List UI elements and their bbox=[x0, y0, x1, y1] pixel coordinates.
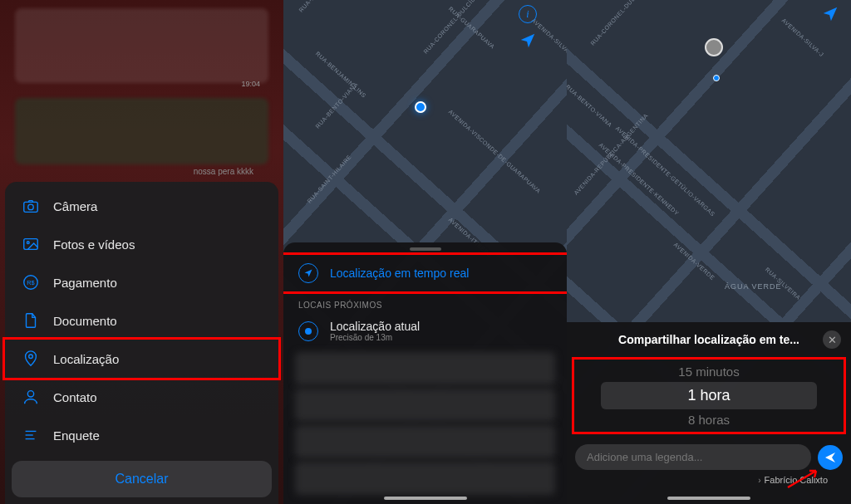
attach-label: Câmera bbox=[53, 199, 97, 213]
attach-document[interactable]: Documento bbox=[5, 301, 278, 340]
contact-icon bbox=[22, 388, 40, 406]
current-location-row[interactable]: Localização atual Precisão de 13m bbox=[283, 313, 567, 349]
cancel-button[interactable]: Cancelar bbox=[12, 461, 272, 497]
attach-photos-videos[interactable]: Fotos e vídeos bbox=[5, 225, 278, 263]
share-duration-panel: RUA-CORONEL-DULCÍDIO AVENIDA-PRESIDENTE-… bbox=[567, 0, 851, 504]
duration-option-15min[interactable]: 15 minutos bbox=[574, 361, 844, 382]
attachment-sheet: nossa pera kkkk Câmera Fotos e vídeos R$… bbox=[5, 182, 278, 504]
nearby-place-blurred bbox=[295, 352, 555, 385]
chevron-right-icon: › bbox=[758, 476, 760, 485]
svg-point-1 bbox=[28, 204, 33, 209]
svg-rect-2 bbox=[24, 239, 38, 250]
area-label: ÁGUA VERDE bbox=[725, 282, 782, 291]
attach-poll[interactable]: Enquete bbox=[5, 416, 278, 454]
nearby-places-header: LOCAIS PRÓXIMOS bbox=[283, 294, 567, 313]
document-icon bbox=[22, 311, 40, 330]
send-button[interactable] bbox=[818, 445, 843, 470]
attach-label: Documento bbox=[53, 314, 117, 328]
target-icon bbox=[298, 321, 318, 341]
chat-snippet: nossa pera kkkk bbox=[194, 167, 253, 176]
attach-location[interactable]: Localização bbox=[2, 337, 281, 380]
attach-label: Pagamento bbox=[53, 276, 117, 290]
recenter-icon[interactable] bbox=[519, 32, 537, 50]
attach-payment[interactable]: R$ Pagamento bbox=[5, 263, 278, 301]
svg-text:R$: R$ bbox=[27, 279, 34, 286]
location-picker-panel: RUA-DO-BATEL RUA-CORONEL-DULCÍDIO RUA-BE… bbox=[283, 0, 567, 504]
realtime-label: Localização em tempo real bbox=[330, 267, 469, 280]
user-location-dot bbox=[415, 101, 426, 113]
share-duration-sheet: Compartilhar localização em te... ✕ 15 m… bbox=[567, 322, 851, 504]
duration-option-1hour[interactable]: 1 hora bbox=[601, 382, 817, 409]
share-realtime-location[interactable]: Localização em tempo real bbox=[283, 252, 567, 294]
location-marker bbox=[705, 38, 723, 56]
location-pin-icon bbox=[22, 350, 40, 368]
attachment-panel: 19:04 nossa pera kkkk Câmera Fotos e víd… bbox=[0, 0, 283, 504]
attach-label: Enquete bbox=[53, 428, 100, 443]
home-indicator bbox=[667, 497, 750, 500]
info-icon[interactable]: i bbox=[519, 5, 537, 23]
attach-label: Localização bbox=[53, 352, 119, 366]
duration-option-8hours[interactable]: 8 horas bbox=[574, 409, 844, 430]
close-icon[interactable]: ✕ bbox=[823, 330, 841, 349]
svg-point-3 bbox=[27, 242, 29, 244]
drag-handle-icon[interactable] bbox=[410, 247, 441, 251]
chat-preview-blur bbox=[15, 98, 268, 164]
caption-input[interactable] bbox=[575, 444, 811, 470]
svg-point-7 bbox=[27, 391, 33, 397]
attach-camera[interactable]: Câmera bbox=[5, 187, 278, 225]
nearby-place-blurred bbox=[295, 425, 555, 458]
attach-label: Contato bbox=[53, 390, 97, 404]
attach-label: Fotos e vídeos bbox=[53, 237, 135, 252]
home-indicator bbox=[384, 497, 467, 500]
poll-icon bbox=[22, 426, 40, 444]
duration-picker[interactable]: 15 minutos 1 hora 8 horas bbox=[572, 357, 846, 434]
svg-rect-0 bbox=[24, 202, 38, 212]
payment-icon: R$ bbox=[22, 273, 40, 291]
current-location-title: Localização atual bbox=[330, 320, 420, 333]
photo-icon bbox=[22, 235, 40, 253]
realtime-location-icon bbox=[298, 263, 318, 283]
attach-contact[interactable]: Contato bbox=[5, 378, 278, 416]
navigation-arrow-icon[interactable] bbox=[821, 5, 839, 23]
camera-icon bbox=[22, 197, 40, 215]
chat-preview-blur bbox=[15, 8, 268, 83]
image-credit: › Fabrício Calixto bbox=[567, 473, 851, 485]
user-location-dot bbox=[713, 75, 720, 81]
current-location-accuracy: Precisão de 13m bbox=[330, 333, 420, 342]
nearby-place-blurred bbox=[295, 389, 555, 422]
chat-timestamp: 19:04 bbox=[241, 80, 260, 88]
nearby-place-blurred bbox=[295, 462, 555, 495]
credit-name: Fabrício Calixto bbox=[765, 475, 828, 485]
share-sheet-title: Compartilhar localização em te... bbox=[595, 333, 823, 346]
svg-point-6 bbox=[29, 355, 33, 359]
location-sheet: Localização em tempo real LOCAIS PRÓXIMO… bbox=[283, 242, 567, 504]
